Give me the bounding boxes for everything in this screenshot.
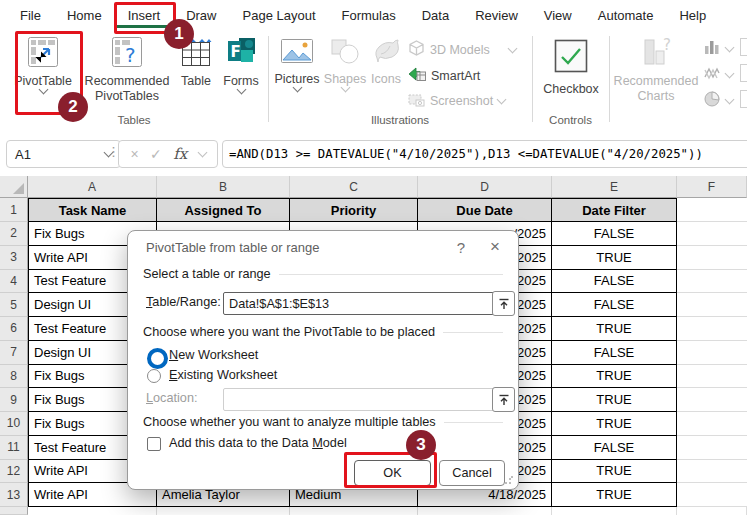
tab-file[interactable]: File bbox=[8, 2, 53, 28]
row-header-13[interactable]: 13 bbox=[0, 483, 28, 507]
chevron-down-icon[interactable] bbox=[725, 94, 735, 104]
empty-cell[interactable] bbox=[677, 365, 747, 389]
empty-cell[interactable] bbox=[28, 507, 157, 515]
existing-worksheet-radio[interactable] bbox=[147, 369, 161, 383]
row-header-5[interactable]: 5 bbox=[0, 293, 28, 317]
column-header-D[interactable]: D bbox=[418, 176, 552, 198]
empty-cell[interactable] bbox=[677, 270, 747, 294]
date-filter-cell[interactable]: TRUE bbox=[552, 365, 677, 389]
empty-cell[interactable] bbox=[677, 198, 747, 222]
empty-cell[interactable] bbox=[677, 483, 747, 507]
empty-cell[interactable] bbox=[677, 222, 747, 246]
empty-cell[interactable] bbox=[677, 460, 747, 484]
location-range-selector-button[interactable] bbox=[492, 387, 515, 412]
date-filter-cell[interactable]: TRUE bbox=[552, 388, 677, 412]
tab-review[interactable]: Review bbox=[463, 2, 530, 28]
data-model-checkbox[interactable] bbox=[147, 437, 161, 451]
date-filter-cell[interactable]: FALSE bbox=[552, 270, 677, 294]
column-header-A[interactable]: A bbox=[28, 176, 157, 198]
empty-cell[interactable] bbox=[677, 507, 747, 515]
shapes-button: Shapes bbox=[322, 36, 368, 91]
insert-function-icon[interactable]: fx bbox=[173, 145, 187, 163]
select-all-corner[interactable] bbox=[0, 176, 28, 198]
date-filter-cell[interactable]: FALSE bbox=[552, 293, 677, 317]
tab-view[interactable]: View bbox=[532, 2, 584, 28]
pictures-button[interactable]: Pictures bbox=[272, 36, 322, 91]
row-header-8[interactable]: 8 bbox=[0, 365, 28, 389]
chevron-down-icon[interactable] bbox=[725, 42, 735, 52]
forms-button[interactable]: F Forms bbox=[218, 36, 264, 93]
empty-cell[interactable] bbox=[677, 317, 747, 341]
date-filter-cell[interactable]: FALSE bbox=[552, 222, 677, 246]
tab-automate[interactable]: Automate bbox=[586, 2, 666, 28]
smartart-button[interactable]: SmartArt bbox=[408, 66, 480, 85]
resize-grip[interactable] bbox=[504, 475, 514, 485]
dialog-help-icon[interactable]: ? bbox=[450, 238, 472, 256]
group-separator bbox=[609, 36, 610, 122]
tab-home[interactable]: Home bbox=[55, 2, 114, 28]
pie-chart-button[interactable] bbox=[703, 90, 733, 111]
row-header-4[interactable]: 4 bbox=[0, 270, 28, 294]
formula-input[interactable]: =AND(D13 >= DATEVALUE("4/10/2025"),D13 <… bbox=[222, 140, 747, 168]
3d-models-icon bbox=[408, 40, 425, 60]
row-header-1[interactable]: 1 bbox=[0, 198, 28, 222]
empty-cell[interactable] bbox=[677, 388, 747, 412]
row-header-6[interactable]: 6 bbox=[0, 317, 28, 341]
empty-cell[interactable] bbox=[418, 507, 552, 515]
chevron-down-icon[interactable] bbox=[725, 68, 735, 78]
recommended-pivottables-button[interactable]: ? Recommended PivotTables bbox=[84, 36, 170, 103]
tab-page-layout[interactable]: Page Layout bbox=[231, 2, 328, 28]
scatter-chart-button[interactable] bbox=[703, 64, 733, 85]
tab-formulas[interactable]: Formulas bbox=[330, 2, 408, 28]
shapes-icon bbox=[329, 36, 361, 69]
header-cell[interactable]: Task Name bbox=[28, 198, 157, 222]
row-header-10[interactable]: 10 bbox=[0, 412, 28, 436]
empty-cell[interactable] bbox=[552, 507, 677, 515]
header-cell[interactable]: Assigned To bbox=[157, 198, 290, 222]
date-filter-cell[interactable]: TRUE bbox=[552, 317, 677, 341]
date-filter-cell[interactable]: FALSE bbox=[552, 341, 677, 365]
empty-cell[interactable] bbox=[677, 436, 747, 460]
empty-cell[interactable] bbox=[290, 507, 418, 515]
chevron-down-icon[interactable] bbox=[197, 148, 207, 158]
empty-cell[interactable] bbox=[677, 246, 747, 270]
range-selector-button[interactable] bbox=[492, 291, 515, 316]
new-worksheet-radio[interactable] bbox=[147, 348, 168, 369]
date-filter-cell[interactable]: FALSE bbox=[552, 436, 677, 460]
column-chart-button[interactable] bbox=[703, 38, 733, 59]
row-header-2[interactable]: 2 bbox=[0, 222, 28, 246]
row-header-11[interactable]: 11 bbox=[0, 436, 28, 460]
empty-cell[interactable] bbox=[677, 341, 747, 365]
column-header-B[interactable]: B bbox=[157, 176, 290, 198]
empty-cell[interactable] bbox=[157, 507, 290, 515]
table-range-input[interactable]: Data!$A$1:$E$13 bbox=[223, 292, 496, 315]
cancel-button[interactable]: Cancel bbox=[439, 460, 505, 486]
row-header-3[interactable]: 3 bbox=[0, 246, 28, 270]
header-cell[interactable]: Priority bbox=[290, 198, 418, 222]
screenshot-label: Screenshot bbox=[430, 94, 493, 108]
pictures-icon bbox=[280, 36, 314, 69]
date-filter-cell[interactable]: TRUE bbox=[552, 483, 677, 507]
date-filter-cell[interactable]: TRUE bbox=[552, 460, 677, 484]
empty-cell[interactable] bbox=[677, 412, 747, 436]
empty-cell[interactable] bbox=[677, 293, 747, 317]
column-header-C[interactable]: C bbox=[290, 176, 418, 198]
header-cell[interactable]: Date Filter bbox=[552, 198, 677, 222]
row-header-9[interactable]: 9 bbox=[0, 388, 28, 412]
cancel-entry-icon[interactable]: × bbox=[130, 146, 138, 162]
checkbox-control-button[interactable]: Checkbox bbox=[538, 36, 604, 97]
name-box[interactable]: A1 bbox=[6, 140, 121, 168]
cutoff-icon bbox=[740, 90, 747, 108]
header-cell[interactable]: Due Date bbox=[418, 198, 552, 222]
column-header-E[interactable]: E bbox=[552, 176, 677, 198]
row-header-12[interactable]: 12 bbox=[0, 460, 28, 484]
date-filter-cell[interactable]: TRUE bbox=[552, 412, 677, 436]
row-header-14[interactable] bbox=[0, 507, 28, 515]
column-header-F[interactable]: F bbox=[677, 176, 747, 198]
enter-entry-icon[interactable]: ✓ bbox=[150, 146, 162, 162]
dialog-close-icon[interactable]: × bbox=[484, 238, 506, 256]
date-filter-cell[interactable]: TRUE bbox=[552, 246, 677, 270]
row-header-7[interactable]: 7 bbox=[0, 341, 28, 365]
tab-help[interactable]: Help bbox=[667, 2, 718, 28]
tab-data[interactable]: Data bbox=[410, 2, 461, 28]
